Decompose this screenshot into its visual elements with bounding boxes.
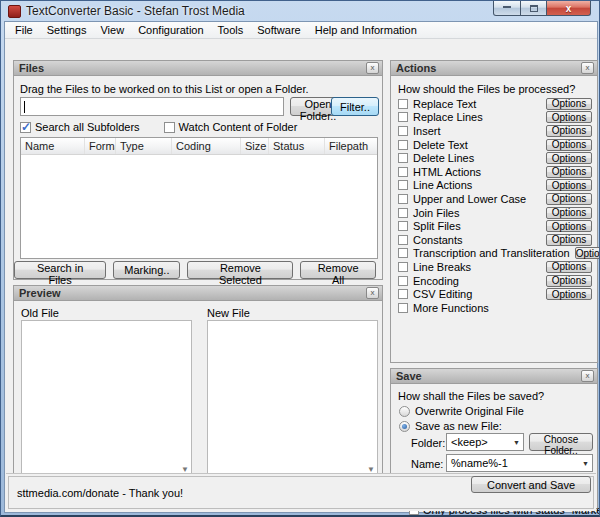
folder-combobox[interactable]: <keep> ▼ <box>446 433 524 451</box>
action-row-html-actions: HTML Actions Options <box>398 165 592 179</box>
action-label: Line Actions <box>413 179 472 191</box>
action-checkbox[interactable] <box>398 289 408 299</box>
app-window: TextConverter Basic - Stefan Trost Media… <box>0 0 600 517</box>
options-button[interactable]: Options <box>575 247 600 259</box>
action-label: CSV Editing <box>413 288 472 300</box>
convert-and-save-button[interactable]: Convert and Save <box>471 476 591 493</box>
window-controls: x <box>493 1 591 16</box>
action-label: Insert <box>413 125 441 137</box>
action-checkbox[interactable] <box>398 262 408 272</box>
action-label: Replace Text <box>413 98 476 110</box>
action-checkbox[interactable] <box>398 303 408 313</box>
action-row-csv-editing: CSV Editing Options <box>398 287 592 301</box>
action-checkbox[interactable] <box>398 248 408 258</box>
files-panel-close-icon[interactable]: x <box>366 62 379 74</box>
search-subfolders-checkbox[interactable]: Search all Subfolders <box>20 121 140 133</box>
files-panel-header: Files x <box>14 61 382 76</box>
marking-button[interactable]: Marking.. <box>113 261 180 279</box>
folder-value: <keep> <box>451 436 488 448</box>
action-row-constants: Constants Options <box>398 233 592 247</box>
options-button[interactable]: Options <box>546 234 592 246</box>
client-area: File Settings View Configuration Tools S… <box>4 21 598 513</box>
options-button[interactable]: Options <box>546 288 592 300</box>
save-as-new-label: Save as new File: <box>415 420 502 432</box>
actions-list: Replace Text Options Replace Lines Optio… <box>398 97 592 315</box>
action-row-join-files: Join Files Options <box>398 206 592 220</box>
save-as-new-radio[interactable]: Save as new File: <box>399 420 502 432</box>
options-button[interactable]: Options <box>546 275 592 287</box>
folder-path-input[interactable] <box>20 97 284 116</box>
options-button[interactable]: Options <box>546 220 592 232</box>
new-file-textarea[interactable]: ▼ <box>207 320 378 476</box>
filter-button[interactable]: Filter.. <box>331 97 379 116</box>
preview-panel-close-icon[interactable]: x <box>366 287 379 299</box>
options-button[interactable]: Options <box>546 193 592 205</box>
files-table[interactable]: Name Format Type Coding Size Status File… <box>20 137 378 259</box>
options-button[interactable]: Options <box>546 261 592 273</box>
action-checkbox[interactable] <box>398 180 408 190</box>
action-checkbox[interactable] <box>398 276 408 286</box>
column-header-filepath[interactable]: Filepath <box>325 138 377 154</box>
action-checkbox[interactable] <box>398 99 408 109</box>
minimize-icon <box>503 5 511 8</box>
checkbox-icon <box>20 122 31 133</box>
files-checkboxes: Search all Subfolders Watch Content of F… <box>20 121 297 133</box>
options-button[interactable]: Options <box>546 179 592 191</box>
action-checkbox[interactable] <box>398 235 408 245</box>
menu-file[interactable]: File <box>8 23 40 37</box>
app-icon <box>8 5 21 18</box>
save-question: How shall the Files be saved? <box>398 390 544 402</box>
menu-configuration[interactable]: Configuration <box>131 23 210 37</box>
options-button[interactable]: Options <box>546 207 592 219</box>
menu-settings[interactable]: Settings <box>40 23 94 37</box>
old-file-textarea[interactable]: ▼ <box>21 320 192 476</box>
options-button[interactable]: Options <box>546 139 592 151</box>
menu-software[interactable]: Software <box>250 23 307 37</box>
action-checkbox[interactable] <box>398 140 408 150</box>
options-button[interactable]: Options <box>546 152 592 164</box>
watch-content-checkbox[interactable]: Watch Content of Folder <box>164 121 298 133</box>
actions-question: How should the Files be processed? <box>398 83 575 95</box>
overwrite-original-label: Overwrite Original File <box>415 405 524 417</box>
column-header-status[interactable]: Status <box>269 138 325 154</box>
preview-panel-header: Preview x <box>14 286 382 301</box>
save-panel-close-icon[interactable]: x <box>581 370 594 382</box>
name-value: %name%-1 <box>451 457 508 469</box>
column-header-format[interactable]: Format <box>85 138 116 154</box>
action-checkbox[interactable] <box>398 126 408 136</box>
options-button[interactable]: Options <box>546 111 592 123</box>
options-button[interactable]: Options <box>546 166 592 178</box>
radio-icon <box>399 406 410 417</box>
action-checkbox[interactable] <box>398 194 408 204</box>
action-checkbox[interactable] <box>398 167 408 177</box>
remove-all-button[interactable]: Remove All <box>300 261 376 279</box>
action-row-transcription: Transcription and Transliteration Option… <box>398 247 592 261</box>
column-header-type[interactable]: Type <box>116 138 172 154</box>
column-header-size[interactable]: Size <box>241 138 269 154</box>
column-header-name[interactable]: Name <box>21 138 85 154</box>
minimize-button[interactable] <box>493 1 521 16</box>
options-button[interactable]: Options <box>546 98 592 110</box>
name-combobox[interactable]: %name%-1 ▼ <box>446 454 593 472</box>
close-button[interactable]: x <box>547 1 591 16</box>
action-checkbox[interactable] <box>398 221 408 231</box>
action-row-delete-text: Delete Text Options <box>398 138 592 152</box>
options-button[interactable]: Options <box>546 125 592 137</box>
actions-panel-close-icon[interactable]: x <box>581 62 594 74</box>
files-panel: Files x Drag the Files to be worked on t… <box>13 60 383 280</box>
column-header-coding[interactable]: Coding <box>172 138 241 154</box>
overwrite-original-radio[interactable]: Overwrite Original File <box>399 405 524 417</box>
choose-folder-button[interactable]: Choose Folder.. <box>529 433 593 451</box>
maximize-button[interactable] <box>521 1 547 16</box>
action-label: More Functions <box>413 302 489 314</box>
action-checkbox[interactable] <box>398 208 408 218</box>
remove-selected-button[interactable]: Remove Selected <box>187 261 293 279</box>
menu-tools[interactable]: Tools <box>211 23 251 37</box>
chevron-down-icon: ▼ <box>513 439 520 446</box>
search-in-files-button[interactable]: Search in Files <box>14 261 106 279</box>
action-checkbox[interactable] <box>398 112 408 122</box>
menu-help[interactable]: Help and Information <box>308 23 424 37</box>
action-checkbox[interactable] <box>398 153 408 163</box>
menubar: File Settings View Configuration Tools S… <box>5 22 597 39</box>
menu-view[interactable]: View <box>93 23 131 37</box>
